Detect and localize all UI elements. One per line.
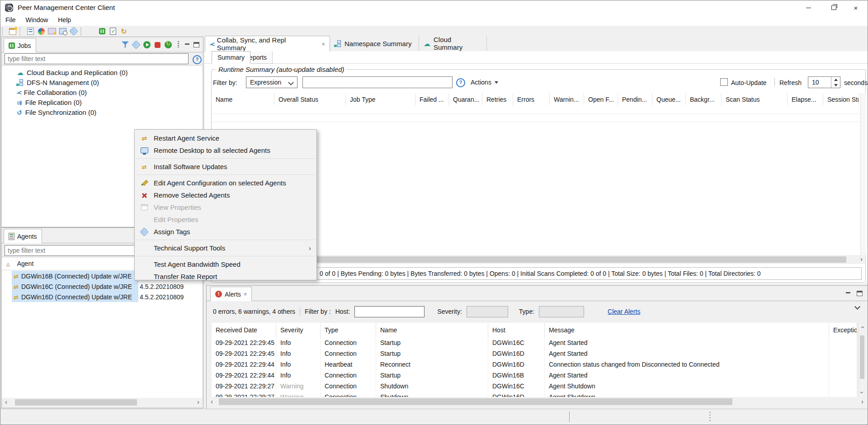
column-header[interactable]: Failed ... (415, 93, 449, 105)
column-header[interactable]: Warnin... (550, 93, 584, 105)
column-header[interactable]: Received Date (212, 323, 276, 337)
view-menu-icon[interactable] (178, 41, 179, 48)
scroll-right-icon[interactable]: › (860, 255, 863, 262)
spinner-down-button[interactable] (831, 82, 840, 88)
scroll-up-icon[interactable]: › (859, 326, 866, 329)
type-select[interactable] (539, 306, 584, 317)
scroll-left-icon[interactable]: ‹ (211, 398, 213, 405)
tab-summary[interactable]: Summary (212, 51, 250, 64)
minimize-icon[interactable] (846, 291, 850, 296)
tab-agents[interactable]: Agents (4, 229, 42, 243)
alerts-vscroll-thumb[interactable] (860, 335, 864, 379)
menu-item-remove-selected-agents[interactable]: Remove Selected Agents (135, 189, 316, 201)
start-job-icon[interactable] (143, 41, 151, 48)
jobs-filter-input[interactable] (5, 53, 189, 64)
column-header[interactable]: Overall Status (274, 93, 346, 105)
email-alerts-icon[interactable] (47, 27, 57, 36)
maximize-icon[interactable] (193, 42, 199, 47)
jobs-filter-help-icon[interactable] (193, 55, 202, 64)
filter-expression-input[interactable] (302, 76, 453, 88)
host-filter-input[interactable] (354, 306, 425, 317)
scroll-right-icon[interactable]: › (861, 398, 863, 405)
agents-hscroll-thumb[interactable] (15, 399, 137, 406)
schedule-icon[interactable] (57, 27, 68, 36)
column-header[interactable]: Pendin... (618, 93, 652, 105)
editor-tab-3[interactable]: Cloud Summary (419, 36, 487, 51)
maximize-icon[interactable] (857, 291, 863, 296)
menu-item-assign-tags[interactable]: Assign Tags (135, 226, 316, 238)
jobs-tree-item[interactable]: DFS-N Management (0) (2, 77, 202, 87)
refresh-interval-spinner[interactable]: 10 (808, 76, 840, 88)
new-job-icon[interactable] (7, 27, 18, 36)
alert-row[interactable]: 09-29-2021 22:29:45InfoConnectionStartup… (212, 337, 857, 349)
menu-item-restart-agent-service[interactable]: Restart Agent Service (135, 132, 316, 144)
scroll-down-icon[interactable]: › (859, 392, 866, 394)
dashboard-icon[interactable] (36, 27, 47, 36)
runtime-table-header[interactable]: NameOverall StatusJob TypeFailed ...Quar… (212, 93, 860, 106)
menu-item-remote-desktop-to-all-selected-agents[interactable]: Remote Desktop to all selected Agents (135, 144, 316, 156)
close-tab-icon[interactable]: × (244, 291, 247, 297)
menu-file[interactable]: File (0, 15, 21, 25)
actions-button[interactable]: Actions (471, 76, 498, 88)
filter-mode-select[interactable]: Expression (246, 76, 297, 88)
alerts-table-header[interactable]: Received DateSeverityTypeNameHostMessage… (212, 323, 857, 338)
jobs-tree-item[interactable]: Cloud Backup and Replication (0) (2, 67, 202, 77)
filter-help-icon[interactable] (456, 78, 465, 87)
assign-tags-icon[interactable] (68, 27, 79, 36)
runtime-vscrollbar[interactable] (860, 93, 866, 255)
tab-alerts[interactable]: Alerts × (210, 287, 252, 301)
column-header[interactable]: Name (376, 323, 488, 337)
column-header[interactable]: Open F... (584, 93, 618, 105)
menu-item-install-software-updates[interactable]: Install Software Updates (135, 161, 316, 173)
drag-handle-icon[interactable] (709, 412, 711, 422)
column-header[interactable]: Retries (482, 93, 513, 105)
column-header[interactable]: Session Stru (823, 93, 859, 105)
tab-jobs[interactable]: Jobs (4, 38, 36, 52)
column-header[interactable]: Elapse... (788, 93, 823, 105)
column-header[interactable]: Errors (513, 93, 550, 105)
column-header[interactable]: Quaran... (449, 93, 482, 105)
jobs-tree-item[interactable]: File Collaboration (0) (2, 87, 202, 97)
column-header[interactable]: Backgr... (686, 93, 722, 105)
alerts-hscroll-thumb[interactable] (219, 398, 732, 405)
menu-item-test-agent-bandwidth-speed[interactable]: Test Agent Bandwidth Speed (135, 258, 316, 270)
alert-row[interactable]: 09-29-2021 22:29:27WarningConnectionShut… (212, 392, 857, 397)
jobs-tree-item[interactable]: File Replication (0) (2, 97, 202, 107)
stop-job-icon[interactable] (155, 42, 160, 48)
alert-row[interactable]: 09-29-2021 22:29:44InfoHeartbeatReconnec… (212, 359, 857, 370)
editor-tab-1[interactable]: Collab, Sync, and Repl Summary× (205, 36, 330, 52)
window-restore-button[interactable] (821, 0, 846, 15)
menu-item-edit-agent-configuration-on-selected-agents[interactable]: Edit Agent Configuration on selected Age… (135, 177, 316, 189)
column-header[interactable]: Scan Status (722, 93, 788, 105)
agents-icon[interactable] (97, 27, 108, 36)
spinner-up-button[interactable] (831, 77, 840, 82)
menu-window[interactable]: Window (21, 15, 53, 25)
column-header[interactable]: Job Type (346, 93, 415, 105)
jobs-tree-item[interactable]: File Synchronization (0) (2, 107, 202, 117)
menu-item-transfer-rate-report[interactable]: Transfer Rate Report (135, 270, 316, 283)
agents-hscrollbar[interactable]: ‹ › (2, 398, 202, 407)
editor-tab-2[interactable]: Namespace Summary (330, 36, 419, 51)
menu-help[interactable]: Help (53, 15, 76, 25)
window-close-button[interactable]: × (843, 0, 868, 15)
refresh-icon[interactable] (118, 27, 129, 36)
scroll-left-icon[interactable]: ‹ (5, 398, 7, 405)
severity-select[interactable] (467, 306, 508, 317)
column-header[interactable]: Queue... (652, 93, 686, 105)
column-header[interactable]: Message (545, 323, 829, 337)
tag-icon[interactable] (132, 40, 141, 49)
minimize-icon[interactable] (185, 42, 189, 47)
close-tab-icon[interactable]: × (321, 41, 325, 47)
alert-row[interactable]: 09-29-2021 22:29:45InfoConnectionStartup… (212, 348, 857, 359)
alerts-vscrollbar[interactable]: › › (858, 323, 866, 397)
column-header[interactable]: Type (321, 323, 376, 337)
column-header[interactable]: Host (488, 323, 545, 337)
window-minimize-button[interactable] (796, 0, 821, 15)
preferences-icon[interactable] (25, 27, 36, 36)
scroll-right-icon[interactable]: › (197, 398, 199, 405)
restart-agents-icon[interactable] (165, 41, 172, 48)
alerts-hscrollbar[interactable]: ‹ › (207, 397, 867, 406)
clear-alerts-link[interactable]: Clear Alerts (608, 308, 640, 315)
agent-row[interactable]: DGWin16C (Connected) Update w/JRE4.5.2.2… (2, 281, 202, 292)
auto-update-checkbox[interactable] (720, 78, 728, 86)
